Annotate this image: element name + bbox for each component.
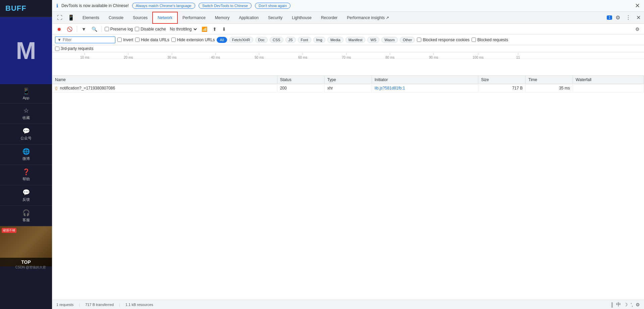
chip-wasm[interactable]: Wasm [381, 37, 398, 43]
sidebar-item-feedback[interactable]: 💬 反馈 [0, 185, 52, 206]
hide-extension-urls-label[interactable]: Hide extension URLs [171, 38, 215, 42]
tabs-icons: ⛶ 📱 [54, 13, 78, 22]
filter-icon: ▼ [57, 38, 61, 42]
blocked-requests-checkbox[interactable] [472, 38, 476, 42]
blocked-cookies-text: Blocked response cookies [423, 38, 469, 42]
sidebar-item-app[interactable]: 📱 App [0, 84, 52, 104]
tabs-right: 1 ⚙ ⋮ ✕ [607, 13, 643, 22]
tab-lighthouse[interactable]: Lighthouse [287, 12, 316, 24]
dont-show-again-btn[interactable]: Don't show again [255, 3, 290, 9]
info-icon: ℹ [56, 3, 58, 8]
initiator-link[interactable]: lib.js?581d81fb:1 [375, 86, 405, 90]
hide-data-urls-label[interactable]: Hide data URLs [135, 38, 169, 42]
network-settings-btn[interactable]: ⚙ [634, 25, 641, 33]
devtools-close-btn[interactable]: ✕ [634, 13, 643, 22]
chip-img[interactable]: Img [313, 37, 325, 43]
blocked-cookies-checkbox[interactable] [417, 38, 421, 42]
sidebar-item-wechat[interactable]: 💬 公众号 [0, 124, 52, 144]
throttle-select[interactable]: No throttling [168, 26, 198, 33]
bottom-settings-icon[interactable]: ⚙ [636, 302, 640, 307]
tab-sources[interactable]: Sources [128, 12, 152, 24]
devtools-settings-btn[interactable]: ⚙ [613, 13, 622, 22]
chip-ws[interactable]: WS [367, 37, 379, 43]
download-btn[interactable]: ⬇ [220, 25, 228, 33]
sidebar-item-customer[interactable]: 🎧 客服 [0, 206, 52, 226]
preserve-log-label[interactable]: Preserve log [105, 27, 133, 32]
moon-icon[interactable]: ☽ [624, 302, 628, 307]
quote-icon[interactable]: ', [631, 302, 633, 307]
sidebar-item-weibo[interactable]: 🌐 微博 [0, 144, 52, 165]
switch-to-chinese-btn[interactable]: Switch DevTools to Chinese [199, 3, 252, 9]
blocked-cookies-label[interactable]: Blocked response cookies [417, 38, 469, 42]
wifi-btn[interactable]: 📶 [200, 25, 209, 33]
chip-fetch-xhr[interactable]: Fetch/XHR [229, 37, 253, 43]
chip-manifest[interactable]: Manifest [345, 37, 366, 43]
col-header-time[interactable]: Time [526, 76, 573, 84]
hide-extension-urls-checkbox[interactable] [171, 38, 176, 42]
chip-media[interactable]: Media [327, 37, 343, 43]
requests-table: Name Status Type Initiator Size Time Wat… [52, 76, 644, 92]
tick-10ms: 10 ms [80, 53, 89, 59]
chip-all[interactable]: All [217, 37, 227, 43]
record-btn[interactable]: ⏺ [55, 25, 63, 33]
hide-data-urls-checkbox[interactable] [135, 38, 140, 42]
filter-input[interactable] [63, 38, 103, 42]
blocked-requests-label[interactable]: Blocked requests [472, 38, 508, 42]
sidebar-label-customer: 客服 [22, 218, 30, 223]
tab-network[interactable]: Network [152, 12, 178, 24]
third-party-label[interactable]: 3rd-party requests [55, 46, 641, 51]
infobar-text: DevTools is now available in Chinese! [61, 3, 129, 8]
devtools-more-btn[interactable]: ⋮ [624, 13, 633, 22]
sidebar-item-favorites[interactable]: ☆ 收藏 [0, 104, 52, 124]
disable-cache-checkbox[interactable] [135, 27, 139, 31]
tab-application[interactable]: Application [234, 12, 263, 24]
match-language-btn[interactable]: Always match Chrome's language [132, 3, 195, 9]
tab-security[interactable]: Security [263, 12, 287, 24]
third-party-checkbox[interactable] [55, 47, 59, 51]
status-transferred: 717 B transferred [85, 303, 114, 307]
chip-doc[interactable]: Doc [255, 37, 268, 43]
chip-css[interactable]: CSS [270, 37, 283, 43]
devtools-timeline[interactable]: 10 ms 20 ms 30 ms 40 ms 50 ms 60 ms 70 m… [52, 52, 644, 76]
col-header-size[interactable]: Size [478, 76, 526, 84]
tab-performance[interactable]: Performance [178, 12, 210, 24]
device-icon-btn[interactable]: 📱 [66, 13, 76, 22]
preserve-log-checkbox[interactable] [105, 27, 109, 31]
invert-checkbox[interactable] [117, 38, 122, 42]
chinese-char[interactable]: 中 [616, 302, 621, 308]
status-resources: 1.1 kB resources [125, 303, 153, 307]
search-btn[interactable]: 🔍 [90, 25, 99, 33]
csdn-label: CSDN @苦恼的大君 [0, 263, 49, 272]
col-header-waterfall[interactable]: Waterfall [573, 76, 644, 84]
disable-cache-label[interactable]: Disable cache [135, 27, 166, 32]
table-row[interactable]: {} notification?_=1719380807086 200 xhr … [52, 84, 644, 92]
devtools-panel: ℹ DevTools is now available in Chinese! … [52, 0, 644, 309]
tab-console[interactable]: Console [104, 12, 128, 24]
col-header-status[interactable]: Status [277, 76, 324, 84]
upload-btn[interactable]: ⬆ [211, 25, 218, 33]
chip-other[interactable]: Other [400, 37, 415, 43]
col-header-name[interactable]: Name [52, 76, 277, 84]
sidebar-item-help[interactable]: ❓ 帮助 [0, 165, 52, 185]
tick-30ms: 30 ms [167, 53, 176, 59]
cell-waterfall [573, 84, 644, 92]
chip-js[interactable]: JS [285, 37, 296, 43]
clear-btn[interactable]: 🚫 [65, 25, 74, 33]
devtools-filterbar: ▼ Invert Hide data URLs Hide extension U… [52, 35, 644, 45]
infobar-close-btn[interactable]: ✕ [635, 2, 640, 9]
tab-recorder[interactable]: Recorder [316, 12, 342, 24]
tab-memory[interactable]: Memory [210, 12, 234, 24]
notification-badge: 1 [607, 15, 612, 20]
col-header-type[interactable]: Type [324, 76, 372, 84]
toolbar-divider-1 [77, 26, 77, 32]
network-table: Name Status Type Initiator Size Time Wat… [52, 76, 644, 300]
cell-initiator: lib.js?581d81fb:1 [372, 84, 478, 92]
col-header-initiator[interactable]: Initiator [372, 76, 478, 84]
chip-font[interactable]: Font [298, 37, 311, 43]
filter-btn[interactable]: ▼ [80, 25, 88, 33]
inspect-icon-btn[interactable]: ⛶ [55, 13, 64, 22]
tab-performance-insights[interactable]: Performance insights ↗ [342, 12, 394, 24]
sidebar-thumbnail[interactable]: 破损不補 TOP [0, 226, 52, 266]
invert-label[interactable]: Invert [117, 38, 133, 42]
tab-elements[interactable]: Elements [78, 12, 104, 24]
